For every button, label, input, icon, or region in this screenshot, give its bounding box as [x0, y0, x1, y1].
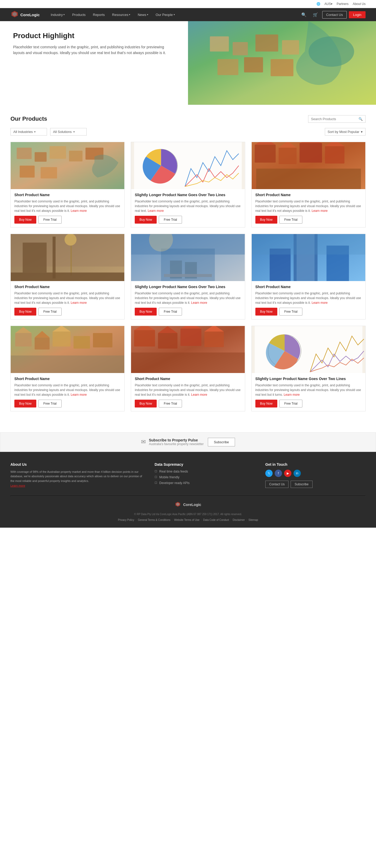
- product-card-title: Short Product Name: [135, 377, 241, 381]
- footer-terms-link[interactable]: General Terms & Conditions: [138, 519, 170, 521]
- product-card-body: Short Product Name Placeholder text comm…: [131, 373, 245, 411]
- buy-now-button[interactable]: Buy Now: [255, 308, 277, 315]
- product-card: Short Product Name Placeholder text comm…: [10, 142, 125, 227]
- free-trial-button[interactable]: Free Trial: [159, 216, 182, 224]
- learn-more-link[interactable]: Learn more: [148, 209, 164, 213]
- svg-rect-44: [164, 274, 212, 277]
- product-card-image: [11, 234, 124, 281]
- envelope-icon: ✉: [141, 439, 146, 445]
- region-selector[interactable]: AUS: [324, 2, 331, 6]
- newsletter-subscribe-button[interactable]: Subscribe: [208, 438, 235, 446]
- svg-rect-29: [325, 146, 344, 163]
- footer-about: About Us With coverage of 98% of the Aus…: [10, 462, 144, 488]
- free-trial-button[interactable]: Free Trial: [38, 308, 62, 315]
- chevron-down-icon: ▾: [174, 13, 175, 16]
- buy-now-button[interactable]: Buy Now: [255, 216, 277, 224]
- footer-data-title: Data Supremacy: [155, 462, 255, 467]
- nav-reports[interactable]: Reports: [90, 8, 108, 21]
- learn-more-link[interactable]: Learn more: [71, 301, 87, 305]
- free-trial-button[interactable]: Free Trial: [279, 308, 303, 315]
- buy-now-button[interactable]: Buy Now: [135, 216, 157, 224]
- free-trial-button[interactable]: Free Trial: [159, 308, 182, 315]
- free-trial-button[interactable]: Free Trial: [38, 216, 62, 224]
- footer-data-code-link[interactable]: Data Code of Conduct: [203, 519, 229, 521]
- footer-subscribe-button[interactable]: Subscribe: [291, 480, 312, 488]
- svg-rect-53: [15, 333, 32, 347]
- buy-now-button[interactable]: Buy Now: [14, 216, 36, 224]
- login-button[interactable]: Login: [349, 11, 366, 18]
- industries-filter[interactable]: All Industries ▾: [10, 128, 47, 135]
- nav-products[interactable]: Products: [69, 8, 89, 21]
- product-card-image: [131, 142, 245, 189]
- svg-rect-12: [17, 148, 32, 159]
- footer-contact-button[interactable]: Contact Us: [265, 480, 288, 488]
- learn-more-link[interactable]: Learn more: [71, 209, 87, 213]
- buy-now-button[interactable]: Buy Now: [135, 308, 157, 315]
- svg-rect-23: [255, 145, 276, 163]
- buy-now-button[interactable]: Buy Now: [255, 400, 277, 407]
- twitter-icon[interactable]: 𝕏: [265, 470, 273, 477]
- solutions-filter[interactable]: All Solutions ▾: [50, 128, 87, 135]
- product-card-actions: Buy Now Free Trial: [135, 400, 241, 407]
- logo[interactable]: CoreLogic: [10, 10, 40, 19]
- product-card-image: [11, 326, 124, 373]
- svg-rect-9: [271, 59, 293, 76]
- youtube-icon[interactable]: ▶: [284, 470, 291, 477]
- learn-more-link[interactable]: Learn more: [284, 393, 300, 397]
- buy-now-button[interactable]: Buy Now: [14, 308, 36, 315]
- footer-top: About Us With coverage of 98% of the Aus…: [10, 462, 366, 488]
- product-card: Short Product Name Placeholder text comm…: [10, 234, 125, 319]
- contact-button[interactable]: Contact Us: [322, 11, 347, 19]
- product-card-body: Slightly Longer Product Name Goes Over T…: [252, 373, 365, 411]
- free-trial-button[interactable]: Free Trial: [159, 400, 182, 407]
- product-card-description: Placeholder text commonly used in the gr…: [135, 199, 241, 213]
- svg-point-36: [64, 234, 76, 246]
- buy-now-button[interactable]: Buy Now: [135, 400, 157, 407]
- product-card-description: Placeholder text commonly used in the gr…: [255, 291, 362, 305]
- hero-text: Product Highlight Placeholder text commo…: [0, 21, 188, 105]
- buy-now-button[interactable]: Buy Now: [14, 400, 36, 407]
- footer-buttons: Contact Us Subscribe: [265, 480, 366, 488]
- footer-sitemap-link[interactable]: Sitemap: [249, 519, 258, 521]
- hero-image: [188, 21, 376, 105]
- product-card-body: Short Product Name Placeholder text comm…: [11, 373, 124, 411]
- footer-website-terms-link[interactable]: Website Terms of Use: [174, 519, 199, 521]
- product-card-description: Placeholder text commonly used in the gr…: [255, 383, 362, 397]
- search-button[interactable]: 🔍: [299, 11, 309, 18]
- learn-more-link[interactable]: Learn more: [312, 209, 327, 213]
- sort-filter[interactable]: Sort by Most Popular ▾: [325, 128, 366, 135]
- about-link[interactable]: About Us: [353, 2, 366, 6]
- svg-rect-3: [210, 36, 229, 52]
- learn-more-link[interactable]: Learn more: [312, 301, 327, 305]
- nav-items: Industry ▾ Products Reports Resources ▾ …: [48, 8, 299, 21]
- search-icon[interactable]: 🔍: [358, 117, 363, 121]
- copyright-text: © RP Data Pty Ltd t/a CoreLogic Asia Pac…: [10, 512, 366, 517]
- footer-privacy-link[interactable]: Privacy Policy: [118, 519, 134, 521]
- product-card-description: Placeholder text commonly used in the gr…: [135, 383, 241, 397]
- learn-more-link[interactable]: Learn more: [191, 301, 207, 305]
- learn-more-link[interactable]: Learn more: [71, 393, 87, 397]
- svg-rect-14: [50, 146, 66, 159]
- footer-links: Privacy Policy · General Terms & Conditi…: [10, 518, 366, 522]
- svg-rect-61: [11, 355, 124, 373]
- svg-rect-57: [53, 332, 70, 346]
- partners-link[interactable]: Partners: [337, 2, 348, 6]
- footer-about-title: About Us: [10, 462, 144, 467]
- linkedin-icon[interactable]: in: [293, 470, 301, 477]
- footer: About Us With coverage of 98% of the Aus…: [0, 452, 376, 528]
- nav-news[interactable]: News ▾: [134, 8, 152, 21]
- nav-our-people[interactable]: Our People ▾: [153, 8, 178, 21]
- free-trial-button[interactable]: Free Trial: [279, 216, 303, 224]
- list-item: Developer ready APIs: [155, 481, 255, 485]
- facebook-icon[interactable]: f: [275, 470, 282, 477]
- learn-more-link[interactable]: Learn more: [191, 393, 207, 397]
- nav-industry[interactable]: Industry ▾: [48, 8, 68, 21]
- footer-disclaimer-link[interactable]: Disclaimer: [233, 519, 245, 521]
- free-trial-button[interactable]: Free Trial: [279, 400, 303, 407]
- footer-learn-more[interactable]: Learn more: [10, 484, 25, 487]
- free-trial-button[interactable]: Free Trial: [38, 400, 62, 407]
- cart-button[interactable]: 🛒: [311, 11, 320, 18]
- nav-resources[interactable]: Resources ▾: [109, 8, 133, 21]
- globe-icon: 🌐: [316, 2, 320, 6]
- search-input[interactable]: [311, 117, 358, 121]
